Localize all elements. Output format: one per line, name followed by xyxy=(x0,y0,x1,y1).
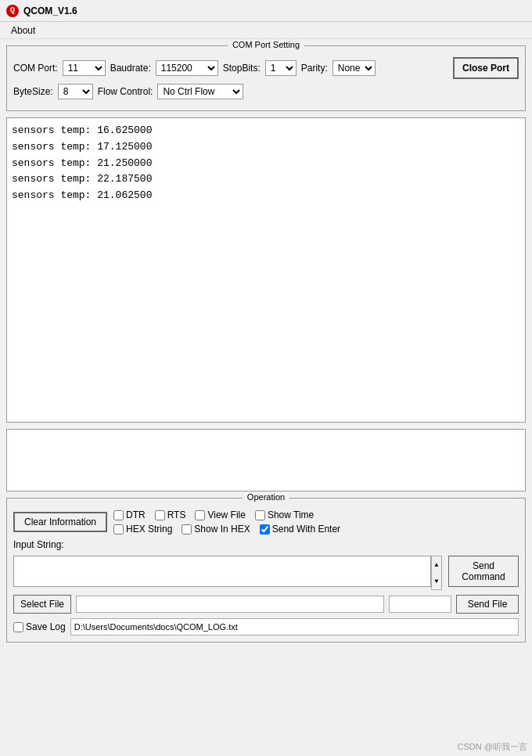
stopbits-label: StopBits: xyxy=(223,63,261,74)
com-row-1: COM Port: 11 Baudrate: 115200 StopBits: … xyxy=(13,57,519,79)
main-content: COM Port Setting COM Port: 11 Baudrate: … xyxy=(0,39,532,649)
select-file-button[interactable]: Select File xyxy=(13,595,71,614)
title-bar: Q QCOM_V1.6 xyxy=(0,0,532,22)
com-row-2: ByteSize: 8 Flow Control: No Ctrl Flow xyxy=(13,84,519,99)
op-checkboxes-row-2: HEX String Show In HEX Send With Enter xyxy=(113,524,519,535)
scroll-arrows: ▲ ▼ xyxy=(431,556,442,590)
app-title: QCOM_V1.6 xyxy=(23,5,77,16)
output-area-main[interactable]: sensors temp: 16.625000sensors temp: 17.… xyxy=(6,117,526,423)
savelog-checkbox[interactable] xyxy=(13,622,23,632)
log-path-input[interactable] xyxy=(70,618,519,635)
file-row: Select File Send File xyxy=(13,595,519,614)
rts-checkbox[interactable] xyxy=(155,510,165,520)
file-path-input-1[interactable] xyxy=(76,596,384,613)
com-port-setting-group: COM Port Setting COM Port: 11 Baudrate: … xyxy=(6,45,526,111)
dtr-checkbox-label[interactable]: DTR xyxy=(113,509,146,520)
parity-label: Parity: xyxy=(301,63,328,74)
input-string-section: Input String: xyxy=(13,539,519,551)
send-file-button[interactable]: Send File xyxy=(456,595,519,614)
watermark: CSDN @听我一言 xyxy=(458,741,527,753)
sendwithenter-checkbox-label[interactable]: Send With Enter xyxy=(260,524,340,535)
input-string-row: ▲ ▼ Send Command xyxy=(13,556,519,590)
scroll-down-arrow[interactable]: ▼ xyxy=(432,573,441,589)
bytesize-label: ByteSize: xyxy=(13,86,53,97)
dtr-checkbox[interactable] xyxy=(113,510,124,520)
flowcontrol-label: Flow Control: xyxy=(98,86,153,97)
output-area-secondary[interactable] xyxy=(6,429,526,491)
clear-info-button[interactable]: Clear Information xyxy=(13,512,107,532)
hexstring-checkbox-label[interactable]: HEX String xyxy=(113,524,172,535)
baudrate-label: Baudrate: xyxy=(110,63,151,74)
showtime-checkbox[interactable] xyxy=(255,510,265,520)
showinhex-checkbox[interactable] xyxy=(182,524,192,535)
showtime-checkbox-label[interactable]: Show Time xyxy=(255,509,314,520)
file-path-input-2[interactable] xyxy=(389,596,451,613)
close-port-button[interactable]: Close Port xyxy=(453,57,519,79)
showinhex-checkbox-label[interactable]: Show In HEX xyxy=(182,524,250,535)
op-checkboxes-row-1: DTR RTS View File Show Time xyxy=(113,509,519,520)
com-port-setting-title: COM Port Setting xyxy=(228,40,304,49)
send-command-button[interactable]: Send Command xyxy=(448,556,519,587)
bytesize-select[interactable]: 8 xyxy=(58,84,93,99)
menu-bar: About xyxy=(0,22,532,39)
operation-group: Operation Clear Information DTR RTS V xyxy=(6,498,526,643)
viewfile-checkbox[interactable] xyxy=(195,510,205,520)
com-port-select[interactable]: 11 xyxy=(63,60,106,76)
scroll-up-arrow[interactable]: ▲ xyxy=(432,556,441,573)
savelog-checkbox-label[interactable]: Save Log xyxy=(13,621,66,632)
operation-title: Operation xyxy=(243,492,289,502)
rts-checkbox-label[interactable]: RTS xyxy=(155,509,186,520)
baudrate-select[interactable]: 115200 xyxy=(156,60,218,76)
menu-about[interactable]: About xyxy=(6,23,40,38)
stopbits-select[interactable]: 1 xyxy=(265,60,297,76)
hexstring-checkbox[interactable] xyxy=(113,524,124,535)
parity-select[interactable]: None xyxy=(332,60,376,76)
op-top-row: Clear Information DTR RTS View File xyxy=(13,509,519,535)
app-icon: Q xyxy=(6,5,19,17)
com-port-setting-content: COM Port: 11 Baudrate: 115200 StopBits: … xyxy=(7,46,525,110)
input-string-label: Input String: xyxy=(13,539,64,550)
viewfile-checkbox-label[interactable]: View File xyxy=(195,509,245,520)
input-string-textarea[interactable] xyxy=(13,556,431,587)
sendwithenter-checkbox[interactable] xyxy=(260,524,270,535)
com-port-label: COM Port: xyxy=(13,63,58,74)
input-string-wrapper: ▲ ▼ xyxy=(13,556,442,590)
flowcontrol-select[interactable]: No Ctrl Flow xyxy=(157,84,243,99)
log-row: Save Log xyxy=(13,618,519,635)
op-checkboxes: DTR RTS View File Show Time xyxy=(113,509,519,535)
